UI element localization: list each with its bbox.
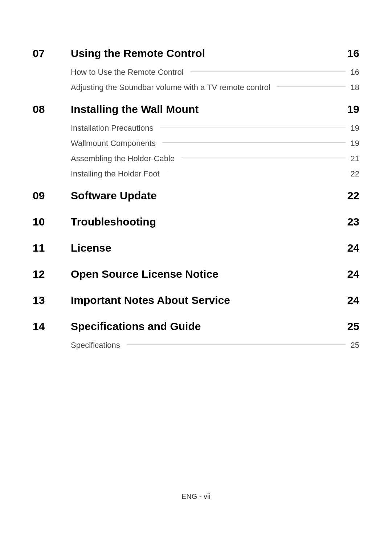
section-page: 22 [341, 190, 359, 202]
toc-sub-item[interactable]: Installing the Holder Foot 22 [71, 169, 359, 179]
leader-line [162, 142, 346, 143]
sub-title: Installation Precautions [71, 123, 157, 133]
section-number: 11 [33, 242, 71, 254]
section-number: 07 [33, 47, 71, 60]
sub-title: Installing the Holder Foot [71, 169, 163, 179]
sub-page: 19 [348, 123, 359, 133]
section-header[interactable]: 14 Specifications and Guide 25 [33, 320, 359, 333]
sub-page: 18 [348, 83, 359, 92]
section-page: 16 [341, 47, 359, 60]
section-page: 24 [341, 268, 359, 280]
section-number: 14 [33, 320, 71, 333]
section-page: 23 [341, 216, 359, 228]
section-title: Important Notes About Service [71, 294, 341, 306]
section-title: Installing the Wall Mount [71, 103, 341, 115]
section-number: 08 [33, 103, 71, 115]
section-title: Troubleshooting [71, 216, 341, 228]
section-header[interactable]: 08 Installing the Wall Mount 19 [33, 103, 359, 115]
leader-line [166, 173, 346, 173]
sub-page: 22 [348, 169, 359, 179]
sub-page: 21 [348, 154, 359, 163]
toc-section-08: 08 Installing the Wall Mount 19 Installa… [33, 103, 359, 179]
section-number: 13 [33, 294, 71, 306]
toc-section-12: 12 Open Source License Notice 24 [33, 268, 359, 280]
toc-sub-item[interactable]: Assembling the Holder-Cable 21 [71, 154, 359, 163]
section-page: 25 [341, 320, 359, 333]
section-number: 10 [33, 216, 71, 228]
leader-line [160, 127, 346, 127]
toc-sub-item[interactable]: How to Use the Remote Control 16 [71, 68, 359, 77]
toc-sub-item[interactable]: Wallmount Components 19 [71, 139, 359, 148]
sub-page: 19 [348, 139, 359, 148]
leader-line [277, 86, 346, 87]
section-header[interactable]: 12 Open Source License Notice 24 [33, 268, 359, 280]
toc-section-10: 10 Troubleshooting 23 [33, 216, 359, 228]
section-page: 24 [341, 242, 359, 254]
section-title: Software Update [71, 190, 341, 202]
section-number: 12 [33, 268, 71, 280]
toc-sub-item[interactable]: Adjusting the Soundbar volume with a TV … [71, 83, 359, 92]
toc-section-07: 07 Using the Remote Control 16 How to Us… [33, 47, 359, 92]
sub-title: Adjusting the Soundbar volume with a TV … [71, 83, 274, 92]
toc-section-13: 13 Important Notes About Service 24 [33, 294, 359, 306]
toc-sub-item[interactable]: Installation Precautions 19 [71, 123, 359, 133]
sub-page: 25 [348, 341, 359, 350]
sub-title: Assembling the Holder-Cable [71, 154, 178, 163]
toc-section-11: 11 License 24 [33, 242, 359, 254]
sub-page: 16 [348, 68, 359, 77]
leader-line [127, 344, 346, 345]
section-header[interactable]: 09 Software Update 22 [33, 190, 359, 202]
toc-sub-item[interactable]: Specifications 25 [71, 341, 359, 350]
sub-title: Specifications [71, 341, 124, 350]
leader-line [181, 158, 346, 158]
section-header[interactable]: 11 License 24 [33, 242, 359, 254]
section-header[interactable]: 13 Important Notes About Service 24 [33, 294, 359, 306]
leader-line [190, 71, 346, 72]
section-page: 19 [341, 103, 359, 115]
toc-section-14: 14 Specifications and Guide 25 Specifica… [33, 320, 359, 350]
page-footer: ENG - vii [0, 492, 392, 501]
section-header[interactable]: 10 Troubleshooting 23 [33, 216, 359, 228]
section-title: Specifications and Guide [71, 320, 341, 333]
toc-content: 07 Using the Remote Control 16 How to Us… [0, 0, 392, 350]
section-title: Using the Remote Control [71, 47, 341, 60]
section-title: License [71, 242, 341, 254]
section-title: Open Source License Notice [71, 268, 341, 280]
sub-title: How to Use the Remote Control [71, 68, 187, 77]
toc-section-09: 09 Software Update 22 [33, 190, 359, 202]
section-page: 24 [341, 294, 359, 306]
sub-title: Wallmount Components [71, 139, 159, 148]
section-header[interactable]: 07 Using the Remote Control 16 [33, 47, 359, 60]
section-number: 09 [33, 190, 71, 202]
